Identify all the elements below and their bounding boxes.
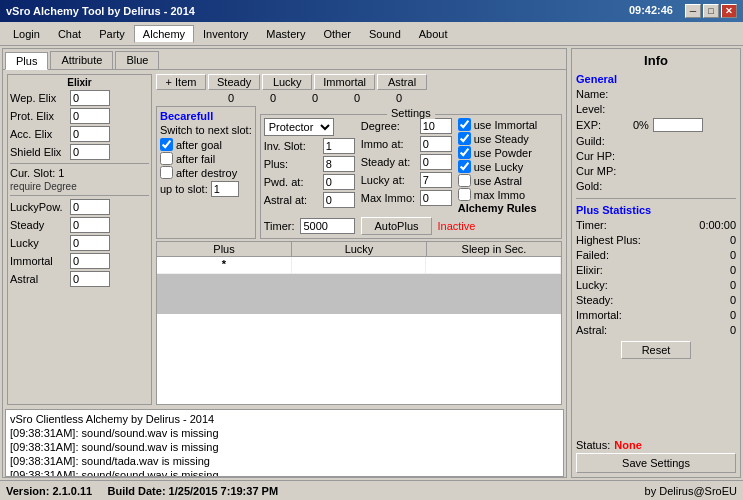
tab-blue[interactable]: Blue: [115, 51, 159, 69]
steady-button[interactable]: Steady: [208, 74, 260, 90]
timer-input[interactable]: [300, 218, 355, 234]
wep-elix-row: Wep. Elix: [10, 90, 149, 106]
immortal-button[interactable]: Immortal: [314, 74, 375, 90]
lucky-button[interactable]: Lucky: [262, 74, 312, 90]
failed-row: Failed: 0: [576, 249, 736, 261]
name-label: Name:: [576, 88, 631, 100]
maximize-button[interactable]: □: [703, 4, 719, 18]
general-header: General: [576, 73, 736, 85]
reset-button[interactable]: Reset: [621, 341, 692, 359]
use-powder-row: use Powder: [458, 146, 538, 159]
save-settings-button[interactable]: Save Settings: [576, 453, 736, 473]
alchemy-rules-row: Alchemy Rules: [458, 202, 538, 214]
degree-input[interactable]: [420, 118, 452, 134]
menu-other[interactable]: Other: [314, 25, 360, 43]
max-immo-checkbox[interactable]: [458, 188, 471, 201]
status-bar: Version: 2.1.0.11 Build Date: 1/25/2015 …: [0, 480, 743, 500]
log-line-0: vSro Clientless Alchemy by Delirus - 201…: [10, 412, 559, 426]
wep-elix-input[interactable]: [70, 90, 110, 106]
after-goal-checkbox[interactable]: [160, 138, 173, 151]
shield-elix-input[interactable]: [70, 144, 110, 160]
steady-at-input[interactable]: [420, 154, 452, 170]
astral-button[interactable]: Astral: [377, 74, 427, 90]
elixir-stats-row: Elixir: 0: [576, 264, 736, 276]
acc-elix-row: Acc. Elix: [10, 126, 149, 142]
col-plus: Plus: [157, 242, 292, 256]
lucky-at-input[interactable]: [420, 172, 452, 188]
degree-row: Degree:: [361, 118, 452, 134]
use-lucky-row: use Lucky: [458, 160, 538, 173]
table-area: Plus Lucky Sleep in Sec. *: [156, 241, 562, 405]
astral-input[interactable]: [70, 271, 110, 287]
table-header: Plus Lucky Sleep in Sec.: [157, 242, 561, 257]
immo-at-input[interactable]: [420, 136, 452, 152]
elixir-stats-label: Elixir:: [576, 264, 603, 276]
status-row: Status: None: [576, 439, 736, 451]
steady-input[interactable]: [70, 217, 110, 233]
lucky-pow-input[interactable]: [70, 199, 110, 215]
tab-plus[interactable]: Plus: [5, 52, 48, 70]
use-immortal-row: use Immortal: [458, 118, 538, 131]
cur-mp-row: Cur MP:: [576, 165, 736, 177]
menu-login[interactable]: Login: [4, 25, 49, 43]
menu-about[interactable]: About: [410, 25, 457, 43]
menu-sound[interactable]: Sound: [360, 25, 410, 43]
menu-party[interactable]: Party: [90, 25, 134, 43]
name-row: Name:: [576, 88, 736, 100]
lucky-stats-value: 0: [730, 279, 736, 291]
item-button[interactable]: + Item: [156, 74, 206, 90]
acc-elix-input[interactable]: [70, 126, 110, 142]
protector-select[interactable]: Protector: [264, 118, 334, 136]
up-to-input[interactable]: [211, 181, 239, 197]
close-button[interactable]: ✕: [721, 4, 737, 18]
use-steady-checkbox[interactable]: [458, 132, 471, 145]
autoplus-button[interactable]: AutoPlus: [361, 217, 431, 235]
menu-chat[interactable]: Chat: [49, 25, 90, 43]
minimize-button[interactable]: ─: [685, 4, 701, 18]
menu-alchemy[interactable]: Alchemy: [134, 25, 194, 43]
highest-plus-label: Highest Plus:: [576, 234, 641, 246]
log-line-4: [09:38:31AM]: sound/sound.wav is missing: [10, 468, 559, 477]
window-controls: 09:42:46 ─ □ ✕: [629, 4, 737, 18]
shield-elix-label: Shield Elix: [10, 146, 68, 158]
plus-input[interactable]: [323, 156, 355, 172]
prot-elix-input[interactable]: [70, 108, 110, 124]
exp-input[interactable]: [653, 118, 703, 132]
level-label: Level:: [576, 103, 631, 115]
log-area: vSro Clientless Alchemy by Delirus - 201…: [5, 409, 564, 477]
use-lucky-checkbox[interactable]: [458, 160, 471, 173]
immortal-stats-label: Immortal:: [576, 309, 622, 321]
immo-at-label: Immo at:: [361, 138, 416, 150]
highest-plus-row: Highest Plus: 0: [576, 234, 736, 246]
pwd-at-input[interactable]: [323, 174, 355, 190]
max-immo-input[interactable]: [420, 190, 452, 206]
astral-stats-value: 0: [730, 324, 736, 336]
menu-inventory[interactable]: Inventory: [194, 25, 257, 43]
plus-row: Plus:: [264, 156, 355, 172]
immortal-input[interactable]: [70, 253, 110, 269]
wep-elix-label: Wep. Elix: [10, 92, 68, 104]
after-fail-checkbox[interactable]: [160, 152, 173, 165]
astral-at-input[interactable]: [323, 192, 355, 208]
use-immortal-checkbox[interactable]: [458, 118, 471, 131]
timer-autoplus-row: Timer: AutoPlus Inactive: [264, 217, 558, 235]
after-goal-row: after goal: [160, 138, 252, 151]
num-3: 0: [337, 92, 377, 104]
lucky-input[interactable]: [70, 235, 110, 251]
menu-mastery[interactable]: Mastery: [257, 25, 314, 43]
lucky-pow-row: LuckyPow.: [10, 199, 149, 215]
after-destroy-checkbox[interactable]: [160, 166, 173, 179]
lucky-row: Lucky: [10, 235, 149, 251]
timer-stats-row: Timer: 0:00:00: [576, 219, 736, 231]
lucky-stats-label: Lucky:: [576, 279, 608, 291]
tab-attribute[interactable]: Attribute: [50, 51, 113, 69]
credit-text: by Delirus@SroEU: [645, 485, 737, 497]
up-to-label: up to slot:: [160, 183, 208, 195]
steady-stats-value: 0: [730, 294, 736, 306]
steady-stats-label: Steady:: [576, 294, 613, 306]
inv-slot-input[interactable]: [323, 138, 355, 154]
use-powder-checkbox[interactable]: [458, 146, 471, 159]
exp-row: EXP: 0%: [576, 118, 736, 132]
use-astral-checkbox[interactable]: [458, 174, 471, 187]
elixir-stats-value: 0: [730, 264, 736, 276]
